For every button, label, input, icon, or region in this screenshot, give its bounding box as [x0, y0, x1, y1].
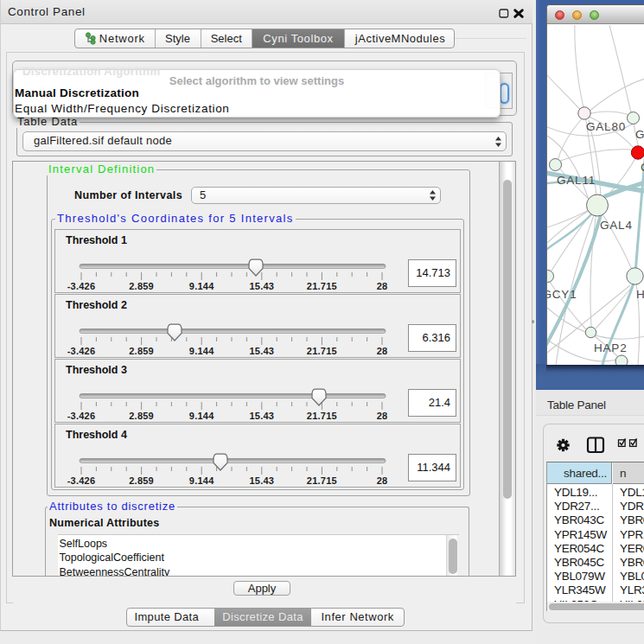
svg-text:28: 28 [377, 281, 388, 291]
svg-text:CY: CY [641, 161, 644, 174]
svg-text:21.715: 21.715 [307, 411, 337, 421]
svg-text:28: 28 [377, 475, 388, 486]
svg-text:15.43: 15.43 [249, 346, 274, 356]
svg-text:-3.426: -3.426 [67, 411, 96, 421]
svg-text:-3.426: -3.426 [67, 281, 96, 291]
svg-text:28: 28 [377, 346, 388, 356]
svg-text:HAP2: HAP2 [594, 341, 627, 354]
svg-text:21.715: 21.715 [307, 346, 337, 356]
svg-text:9.144: 9.144 [189, 281, 214, 291]
svg-text:9.144: 9.144 [189, 475, 214, 486]
svg-text:2.859: 2.859 [129, 346, 154, 356]
svg-text:15.43: 15.43 [249, 281, 274, 291]
svg-text:15.43: 15.43 [249, 475, 274, 486]
svg-text:28: 28 [377, 411, 388, 421]
svg-text:-3.426: -3.426 [67, 346, 96, 356]
svg-text:9.144: 9.144 [189, 411, 214, 421]
svg-text:2.859: 2.859 [129, 475, 154, 486]
svg-text:GAL11: GAL11 [557, 174, 596, 187]
svg-text:15.43: 15.43 [249, 411, 274, 421]
svg-text:21.715: 21.715 [307, 475, 337, 486]
svg-text:-3.426: -3.426 [67, 475, 96, 486]
svg-text:HI: HI [636, 288, 644, 301]
svg-text:9.144: 9.144 [189, 346, 214, 356]
svg-text:GCY1: GCY1 [547, 288, 577, 301]
svg-text:GAL4: GAL4 [600, 219, 633, 232]
svg-text:2.859: 2.859 [129, 411, 154, 421]
svg-text:GAL80: GAL80 [586, 120, 626, 133]
svg-text:GA: GA [635, 128, 644, 141]
svg-text:21.715: 21.715 [307, 281, 337, 291]
svg-text:2.859: 2.859 [129, 281, 154, 291]
